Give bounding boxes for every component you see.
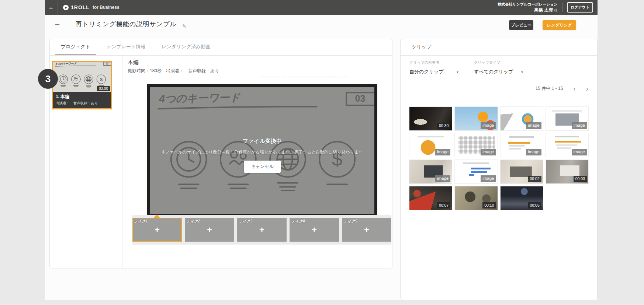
tab-rendered-videos[interactable]: レンダリング済み動画 — [156, 39, 216, 55]
scene-editor: 本編 撮影時間：180秒 出演者： 音声収録：あり 4つのキーワード 03 ファ… — [122, 56, 392, 269]
image-badge: image — [526, 149, 541, 155]
dotted-separator — [259, 77, 349, 77]
app-canvas: ← ▶ 1ROLL for Business 株式会社サンプルコーポレーション … — [0, 0, 644, 305]
sketch-title: 4つのキーワード — [55, 62, 77, 66]
logout-button[interactable]: ログアウト — [567, 2, 593, 13]
scene-thumbnail: 4つのキーワード 03 03:00 — [53, 62, 111, 92]
add-take-icon[interactable]: + — [290, 218, 339, 242]
project-title-row: 再トリミング機能の説明サンプル ✎ — [75, 18, 187, 31]
project-title-input[interactable]: 再トリミング機能の説明サンプル — [75, 18, 179, 31]
converting-title: ファイル変換中 — [243, 138, 282, 145]
cancel-button[interactable]: キャンセル — [244, 161, 280, 173]
brand-logo: ▶ 1ROLL for Business — [63, 4, 120, 10]
scene-heading: 本編 — [128, 59, 392, 66]
clip-type-label: クリップタイプ — [474, 60, 524, 65]
clip-thumbnail-2[interactable]: image — [455, 107, 497, 130]
add-take-icon[interactable]: + — [237, 218, 287, 242]
duration-badge: 00:10 — [482, 202, 496, 208]
chevron-down-icon: ▾ — [457, 70, 458, 74]
project-panel: プロジェクトテンプレート情報レンダリング済み動画 4つのキーワード 03 03:… — [49, 39, 392, 269]
back-button[interactable]: ← — [54, 20, 61, 28]
step-callout-badge: 3 — [38, 69, 58, 89]
pagination-prev-button[interactable]: ‹ — [573, 85, 575, 92]
take-slot-5[interactable]: テイク5+ — [342, 218, 391, 242]
take-slot-3[interactable]: テイク3+ — [237, 218, 287, 242]
clip-thumbnail-15[interactable]: 00:06 — [501, 186, 543, 210]
take-slot-4[interactable]: テイク4+ — [290, 218, 339, 242]
brand-suffix: for Business — [93, 5, 120, 10]
tab-project[interactable]: プロジェクト — [55, 39, 96, 55]
takes-strip: テイク1+テイク2+テイク3+テイク4+テイク5+ — [132, 215, 391, 245]
image-badge: image — [526, 122, 541, 129]
user-suffix: 様 — [554, 8, 558, 12]
clip-thumbnail-6[interactable]: image — [455, 133, 497, 157]
clip-thumbnail-1[interactable]: 00:30 — [409, 107, 452, 130]
duration-badge: 00:06 — [528, 202, 541, 208]
clip-grid: 00:30imageimageimageimageimageimageimage… — [409, 107, 588, 210]
company-name: 株式会社サンプルコーポレーション — [498, 2, 557, 7]
clip-owner-label: クリップの所有者 — [409, 60, 459, 65]
clip-thumbnail-5[interactable]: image — [409, 133, 452, 157]
add-take-icon[interactable]: + — [132, 218, 182, 242]
duration-badge: 00:07 — [437, 202, 450, 208]
scene-name: 1. 本編 — [56, 94, 108, 100]
clip-thumbnail-4[interactable]: image — [546, 107, 588, 130]
clip-thumbnail-10[interactable]: image — [455, 160, 497, 183]
file-converting-overlay: ファイル変換中 ※ファイルのサイズにより数分～数十分程度かかる場合があります。完… — [150, 87, 374, 214]
duration-badge: 00:03 — [574, 176, 587, 182]
clip-thumbnail-9[interactable]: image — [409, 160, 452, 183]
converting-subtitle: ※ファイルのサイズにより数分～数十分程度かかる場合があります。完了すると自動的に… — [162, 150, 363, 155]
sketch-corner-number: 03 — [106, 62, 109, 65]
topbar-right: 株式会社サンプルコーポレーション 高橋 太郎 様 ログアウト — [498, 2, 593, 13]
brand-name: 1ROLL — [71, 4, 90, 10]
take-slot-1[interactable]: テイク1+ — [132, 218, 182, 242]
clip-thumbnail-11[interactable]: 00:02 — [501, 160, 543, 183]
video-preview: 4つのキーワード 03 ファイル変換中 ※ファイルのサイズにより数分～数十分程度… — [147, 84, 377, 217]
scene-meta-line: 撮影時間：180秒 出演者： 音声収録：あり — [128, 68, 219, 74]
clip-tabs-divider — [401, 55, 597, 56]
clip-thumbnail-12[interactable]: 00:03 — [546, 160, 588, 183]
user-name: 高橋 太郎 — [534, 7, 553, 13]
clip-owner-dropdown[interactable]: クリップの所有者 自分のクリップ ▾ — [409, 60, 459, 78]
clip-filters: クリップの所有者 自分のクリップ ▾ クリップタイプ すべてのクリップ ▾ — [409, 60, 524, 78]
pagination-next-button[interactable]: › — [586, 85, 588, 92]
clip-thumbnail-7[interactable]: image — [501, 133, 543, 157]
scene-list: 4つのキーワード 03 03:00 1. 本編 出演者： 音声収録：あり — [50, 56, 122, 269]
image-badge: image — [572, 149, 587, 155]
image-badge: image — [481, 122, 496, 129]
duration-badge: 00:30 — [437, 123, 450, 129]
play-icon: ▶ — [63, 5, 69, 10]
duration-badge: 03:00 — [97, 86, 110, 91]
topbar-back-button[interactable]: ← — [45, 4, 58, 11]
topbar: ← ▶ 1ROLL for Business 株式会社サンプルコーポレーション … — [45, 0, 598, 15]
clip-panel: クリップ クリップの所有者 自分のクリップ ▾ クリップタイプ すべてのクリップ… — [400, 39, 598, 300]
user-info: 株式会社サンプルコーポレーション 高橋 太郎 様 — [498, 2, 557, 13]
topbar-divider — [58, 0, 58, 15]
add-take-icon[interactable]: + — [185, 218, 234, 242]
tab-template-info[interactable]: テンプレート情報 — [101, 39, 152, 55]
duration-badge: 00:02 — [528, 176, 541, 182]
video-inner: 4つのキーワード 03 ファイル変換中 ※ファイルのサイズにより数分～数十分程度… — [150, 87, 374, 214]
user-divider — [562, 3, 562, 12]
add-take-icon[interactable]: + — [342, 218, 391, 242]
clip-thumbnail-3[interactable]: image — [501, 107, 543, 130]
tab-clips[interactable]: クリップ — [401, 39, 442, 56]
image-badge: image — [435, 149, 450, 155]
image-badge: image — [481, 149, 496, 155]
clip-thumbnail-13[interactable]: 00:07 — [409, 186, 452, 210]
clip-thumbnail-14[interactable]: 00:10 — [455, 186, 497, 210]
user-name-row: 高橋 太郎 様 — [498, 7, 557, 13]
clip-type-dropdown[interactable]: クリップタイプ すべてのクリップ ▾ — [474, 60, 524, 78]
clip-pagination: 15 件中 1 - 15 ‹ › — [536, 85, 588, 92]
chevron-down-icon: ▾ — [521, 70, 523, 74]
preview-button[interactable]: プレビュー — [509, 20, 533, 30]
render-button[interactable]: レンダリング — [543, 20, 576, 30]
image-badge: image — [435, 175, 450, 182]
scene-card-1[interactable]: 4つのキーワード 03 03:00 1. 本編 出演者： 音声収録：あり — [52, 61, 112, 109]
take-slot-2[interactable]: テイク2+ — [185, 218, 234, 242]
image-badge: image — [481, 175, 496, 182]
clip-thumbnail-8[interactable]: image — [546, 133, 588, 157]
edit-icon[interactable]: ✎ — [182, 23, 187, 31]
scene-info: 1. 本編 出演者： 音声収録：あり — [53, 92, 111, 108]
clip-type-value: すべてのクリップ — [474, 69, 513, 75]
